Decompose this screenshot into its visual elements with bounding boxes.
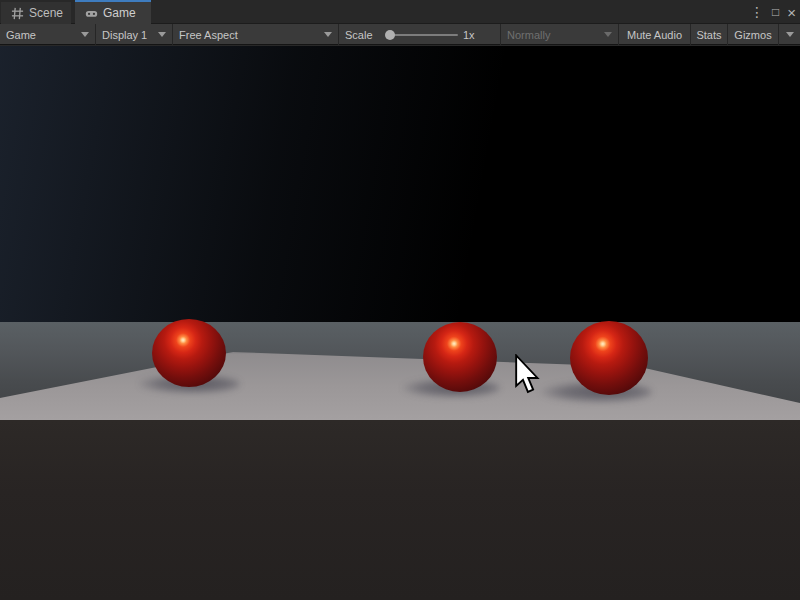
gizmos-dropdown[interactable] xyxy=(779,24,800,45)
chevron-down-icon xyxy=(158,32,166,37)
gizmos-button[interactable]: Gizmos xyxy=(728,24,778,45)
toolbar-separator xyxy=(338,24,339,45)
grid-icon xyxy=(11,7,24,20)
gamepad-icon xyxy=(85,7,98,20)
chevron-down-icon xyxy=(604,32,612,37)
red-sphere-right xyxy=(570,321,648,395)
game-render-viewport[interactable] xyxy=(0,46,800,600)
chevron-down-icon xyxy=(81,32,89,37)
tab-game-label: Game xyxy=(103,6,136,20)
play-mode-label: Normally xyxy=(507,29,550,41)
scale-value: 1x xyxy=(463,24,475,45)
display-target-dropdown[interactable]: Display 1 xyxy=(96,24,172,45)
stats-label: Stats xyxy=(696,29,721,41)
tab-scene[interactable]: Scene xyxy=(1,2,71,24)
aspect-ratio-label: Free Aspect xyxy=(179,29,238,41)
mouse-cursor-icon xyxy=(514,354,543,399)
aspect-ratio-dropdown[interactable]: Free Aspect xyxy=(173,24,338,45)
tab-bar: Scene Game ⋮ □ × xyxy=(0,0,800,24)
red-sphere-center xyxy=(423,322,497,392)
dark-foreground xyxy=(0,420,800,600)
kebab-menu-icon[interactable]: ⋮ xyxy=(750,4,764,20)
mute-audio-label: Mute Audio xyxy=(627,29,682,41)
skybox-gradient xyxy=(0,46,800,322)
gizmos-label: Gizmos xyxy=(734,29,771,41)
maximize-icon[interactable]: □ xyxy=(772,5,779,19)
stats-button[interactable]: Stats xyxy=(691,24,727,45)
mute-audio-button[interactable]: Mute Audio xyxy=(619,24,690,45)
unity-game-window: Scene Game ⋮ □ × Game Display 1 xyxy=(0,0,800,600)
display-mode-label: Game xyxy=(6,29,36,41)
play-mode-dropdown[interactable]: Normally xyxy=(501,24,618,45)
display-target-label: Display 1 xyxy=(102,29,147,41)
scale-label: Scale xyxy=(345,24,373,45)
chevron-down-icon xyxy=(324,32,332,37)
scale-slider-track[interactable] xyxy=(390,34,458,36)
scale-slider-knob[interactable] xyxy=(385,30,395,40)
chevron-down-icon xyxy=(786,32,794,37)
window-controls: ⋮ □ × xyxy=(750,0,796,24)
game-view-toolbar: Game Display 1 Free Aspect Scale 1x Norm… xyxy=(0,24,800,45)
close-icon[interactable]: × xyxy=(787,4,796,21)
tab-scene-label: Scene xyxy=(29,6,63,20)
display-mode-dropdown[interactable]: Game xyxy=(0,24,95,45)
red-sphere-left xyxy=(152,319,226,387)
tab-game[interactable]: Game xyxy=(75,2,151,24)
